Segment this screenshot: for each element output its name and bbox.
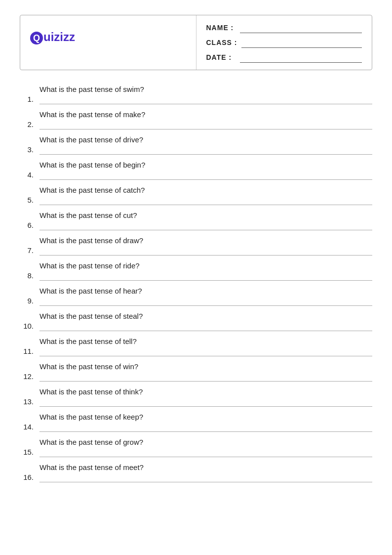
question-item: 8. What is the past tense of ride? (20, 261, 372, 283)
question-item: 9. What is the past tense of hear? (20, 287, 372, 308)
question-content: What is the past tense of think? (39, 387, 372, 407)
question-item: 16. What is the past tense of meet? (20, 463, 372, 484)
question-item: 3. What is the past tense of drive? (20, 135, 372, 157)
question-content: What is the past tense of make? (39, 110, 372, 129)
question-number: 5. (20, 196, 39, 205)
question-item: 6. What is the past tense of cut? (20, 211, 372, 232)
question-number: 6. (20, 221, 39, 230)
date-field-row: DATE : (206, 52, 362, 63)
answer-line (39, 171, 372, 180)
name-label: NAME : (206, 24, 236, 32)
question-item: 10. What is the past tense of steal? (20, 312, 372, 333)
question-content: What is the past tense of draw? (39, 236, 372, 256)
question-number: 16. (20, 473, 39, 482)
question-number: 3. (20, 145, 39, 155)
question-text: What is the past tense of keep? (39, 413, 372, 423)
question-item: 1. What is the past tense of swim? (20, 85, 372, 106)
question-item: 7. What is the past tense of draw? (20, 236, 372, 257)
header-box: Quizizz NAME : CLASS : DATE : (20, 15, 372, 70)
question-text: What is the past tense of hear? (39, 287, 372, 297)
question-text: What is the past tense of cut? (39, 211, 372, 221)
answer-line (39, 448, 372, 457)
answer-line (39, 221, 372, 230)
question-text: What is the past tense of meet? (39, 463, 372, 473)
question-content: What is the past tense of meet? (39, 463, 372, 482)
question-number: 14. (20, 423, 39, 432)
question-number: 13. (20, 397, 39, 407)
question-text: What is the past tense of begin? (39, 161, 372, 171)
question-text: What is the past tense of grow? (39, 438, 372, 448)
question-content: What is the past tense of ride? (39, 261, 372, 281)
question-content: What is the past tense of begin? (39, 161, 372, 180)
question-text: What is the past tense of drive? (39, 135, 372, 146)
question-text: What is the past tense of win? (39, 362, 372, 373)
question-content: What is the past tense of swim? (39, 85, 372, 104)
answer-line (39, 272, 372, 281)
answer-line (39, 247, 372, 256)
name-field-row: NAME : (206, 22, 362, 33)
date-label: DATE : (206, 53, 236, 61)
question-item: 13. What is the past tense of think? (20, 387, 372, 409)
date-input[interactable] (240, 52, 362, 63)
header-right: NAME : CLASS : DATE : (196, 15, 372, 70)
answer-line (39, 297, 372, 306)
question-item: 2. What is the past tense of make? (20, 110, 372, 131)
answer-line (39, 196, 372, 205)
question-number: 12. (20, 372, 39, 382)
question-number: 2. (20, 120, 39, 129)
class-label: CLASS : (206, 39, 237, 46)
question-number: 11. (20, 347, 39, 356)
answer-line (39, 95, 372, 104)
answer-line (39, 322, 372, 331)
question-item: 15. What is the past tense of grow? (20, 438, 372, 459)
question-item: 11. What is the past tense of tell? (20, 337, 372, 358)
question-number: 7. (20, 246, 39, 256)
question-number: 8. (20, 271, 39, 281)
class-input[interactable] (241, 37, 362, 48)
question-content: What is the past tense of grow? (39, 438, 372, 457)
question-content: What is the past tense of cut? (39, 211, 372, 230)
header-left: Quizizz (20, 15, 196, 70)
question-text: What is the past tense of steal? (39, 312, 372, 322)
question-number: 9. (20, 297, 39, 306)
answer-line (39, 423, 372, 432)
question-text: What is the past tense of swim? (39, 85, 372, 95)
answer-line (39, 398, 372, 407)
logo: Quizizz (30, 30, 75, 43)
answer-line (39, 121, 372, 129)
answer-line (39, 373, 372, 382)
question-text: What is the past tense of ride? (39, 261, 372, 272)
question-item: 4. What is the past tense of begin? (20, 161, 372, 182)
class-field-row: CLASS : (206, 37, 362, 48)
question-number: 1. (20, 95, 39, 104)
answer-line (39, 347, 372, 356)
name-input[interactable] (240, 22, 362, 33)
logo-q-icon: Q (30, 32, 43, 44)
question-text: What is the past tense of tell? (39, 337, 372, 347)
question-text: What is the past tense of draw? (39, 236, 372, 247)
question-content: What is the past tense of win? (39, 362, 372, 382)
page: Quizizz NAME : CLASS : DATE : 1. (0, 0, 392, 555)
question-item: 5. What is the past tense of catch? (20, 186, 372, 207)
question-content: What is the past tense of tell? (39, 337, 372, 356)
answer-line (39, 473, 372, 482)
question-number: 15. (20, 448, 39, 457)
question-content: What is the past tense of steal? (39, 312, 372, 331)
answer-line (39, 146, 372, 155)
question-content: What is the past tense of hear? (39, 287, 372, 306)
question-text: What is the past tense of make? (39, 110, 372, 121)
question-content: What is the past tense of drive? (39, 135, 372, 155)
question-item: 14. What is the past tense of keep? (20, 413, 372, 434)
question-number: 4. (20, 171, 39, 180)
question-item: 12. What is the past tense of win? (20, 362, 372, 384)
question-number: 10. (20, 322, 39, 331)
question-text: What is the past tense of think? (39, 387, 372, 398)
question-text: What is the past tense of catch? (39, 186, 372, 196)
question-content: What is the past tense of keep? (39, 413, 372, 432)
question-content: What is the past tense of catch? (39, 186, 372, 205)
logo-container: Quizizz (30, 30, 186, 44)
questions-list: 1. What is the past tense of swim? 2. Wh… (20, 85, 372, 484)
